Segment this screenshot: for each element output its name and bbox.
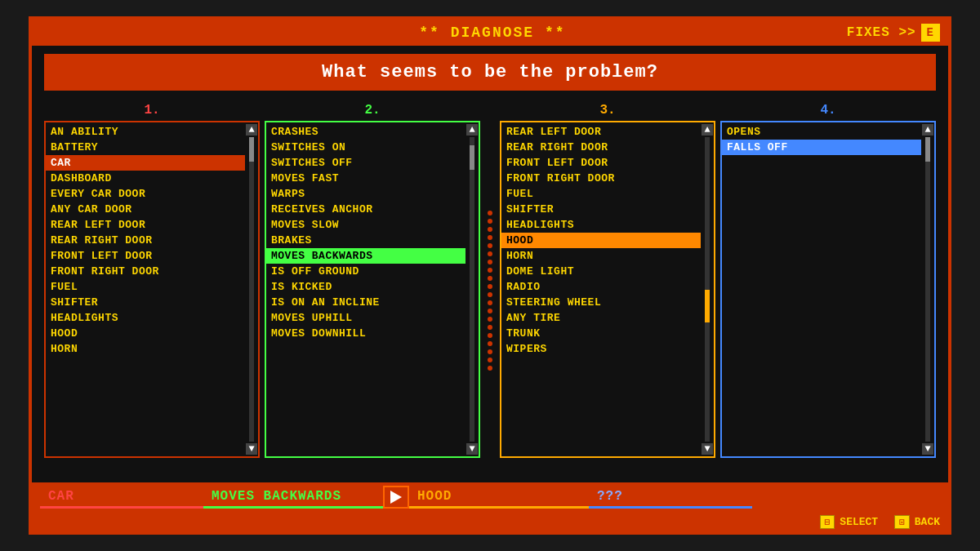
list-item[interactable]: EVERY CAR DOOR <box>46 186 245 202</box>
list-item-selected[interactable]: MOVES BACKWARDS <box>266 248 466 264</box>
select-key: ⊟ <box>820 515 835 529</box>
col2-list: CRASHES SWITCHES ON SWITCHES OFF MOVES F… <box>266 122 466 456</box>
scroll-down-arrow[interactable]: ▼ <box>246 443 257 455</box>
list-item[interactable]: SWITCHES OFF <box>266 155 466 171</box>
dot <box>488 358 492 362</box>
list-item[interactable]: FRONT LEFT DOOR <box>501 155 701 171</box>
list-item[interactable]: CRASHES <box>266 124 466 140</box>
selection-1: CAR <box>40 486 203 509</box>
scroll-track <box>249 137 254 442</box>
scroll-down-arrow[interactable]: ▼ <box>466 443 478 455</box>
list-item[interactable]: HOOD <box>46 326 245 341</box>
bottom-bar: CAR MOVES BACKWARDS HOOD ??? ⊟ SELECT <box>32 482 948 531</box>
list-item[interactable]: ANY TIRE <box>501 310 701 326</box>
scroll-up-arrow[interactable]: ▲ <box>246 124 257 136</box>
list-item[interactable]: REAR LEFT DOOR <box>46 217 245 233</box>
list-item[interactable]: REAR RIGHT DOOR <box>46 233 245 248</box>
list-item[interactable]: HEADLIGHTS <box>46 310 245 326</box>
list-item[interactable]: SHIFTER <box>501 202 701 217</box>
list-item[interactable]: OPENS <box>722 124 921 140</box>
list-item[interactable]: FRONT RIGHT DOOR <box>46 264 245 279</box>
dot <box>488 333 492 338</box>
play-icon <box>390 491 402 504</box>
dot <box>488 292 492 297</box>
list-item[interactable]: HEADLIGHTS <box>501 217 701 233</box>
list-item-selected[interactable]: CAR <box>46 155 245 171</box>
back-key: ⊡ <box>894 515 910 529</box>
scroll-up-arrow[interactable]: ▲ <box>922 124 933 136</box>
dot <box>488 325 492 330</box>
list-item[interactable]: TRUNK <box>501 326 701 341</box>
list-item[interactable]: FRONT LEFT DOOR <box>46 248 245 264</box>
list-item[interactable]: DASHBOARD <box>46 171 245 186</box>
list-item[interactable]: DOME LIGHT <box>501 264 701 279</box>
list-item[interactable]: FUEL <box>46 279 245 295</box>
list-item[interactable]: SWITCHES ON <box>266 140 466 155</box>
dot <box>488 349 492 354</box>
list-item[interactable]: RECEIVES ANCHOR <box>266 202 466 217</box>
e-key-badge: E <box>921 24 940 42</box>
list-item[interactable]: FRONT RIGHT DOOR <box>501 171 701 186</box>
list-item[interactable]: REAR RIGHT DOOR <box>501 140 701 155</box>
list-item[interactable]: MOVES FAST <box>266 171 466 186</box>
list-item[interactable]: HORN <box>501 248 701 264</box>
dot <box>488 227 492 232</box>
col1-listbox: AN ABILITY BATTERY CAR DASHBOARD EVERY C… <box>44 121 260 458</box>
dot <box>488 251 492 256</box>
list-item[interactable]: SHIFTER <box>46 295 245 310</box>
list-item[interactable]: MOVES DOWNHILL <box>266 326 466 341</box>
question-text: What seems to be the problem? <box>322 62 658 82</box>
col4-header: 4. <box>720 103 936 118</box>
list-item[interactable]: HORN <box>46 341 245 357</box>
sel-text-4: ??? <box>597 489 623 504</box>
scroll-up-arrow[interactable]: ▲ <box>702 124 713 136</box>
back-label: BACK <box>915 516 940 528</box>
sel-text-3: HOOD <box>417 489 452 504</box>
list-item[interactable]: ANY CAR DOOR <box>46 202 245 217</box>
scroll-up-arrow[interactable]: ▲ <box>466 124 478 136</box>
scroll-down-arrow[interactable]: ▼ <box>922 443 933 455</box>
dot <box>488 243 492 248</box>
list-item[interactable]: IS ON AN INCLINE <box>266 295 466 310</box>
play-button[interactable] <box>383 486 409 509</box>
columns-area: 1. AN ABILITY BATTERY CAR DASHBOARD EVER… <box>44 103 936 458</box>
back-button[interactable]: ⊡ BACK <box>894 515 940 529</box>
dot <box>488 284 492 289</box>
list-item-selected[interactable]: FALLS OFF <box>722 140 921 155</box>
list-item[interactable]: WARPS <box>266 186 466 202</box>
select-button[interactable]: ⊟ SELECT <box>820 515 878 529</box>
list-item[interactable]: REAR LEFT DOOR <box>501 124 701 140</box>
column-2: 2. CRASHES SWITCHES ON SWITCHES OFF MOVE… <box>265 103 480 458</box>
dot <box>488 341 492 346</box>
dot <box>488 276 492 281</box>
selection-2: MOVES BACKWARDS <box>203 486 383 509</box>
fixes-button[interactable]: FIXES >> E <box>847 24 940 42</box>
list-item[interactable]: MOVES SLOW <box>266 217 466 233</box>
scroll-thumb <box>470 145 474 170</box>
list-item[interactable]: BRAKES <box>266 233 466 248</box>
dot <box>488 366 492 371</box>
selection-3: HOOD <box>409 486 589 509</box>
list-item[interactable]: WIPERS <box>501 341 701 357</box>
dot <box>488 268 492 273</box>
controller-icon: ⊟ <box>825 517 831 527</box>
top-bar: ** DIAGNOSE ** FIXES >> E <box>32 20 948 46</box>
list-item[interactable]: AN ABILITY <box>46 124 245 140</box>
list-item[interactable]: IS OFF GROUND <box>266 264 466 279</box>
page-title: ** DIAGNOSE ** <box>138 24 847 41</box>
list-item[interactable]: STEERING WHEEL <box>501 295 701 310</box>
list-item[interactable]: BATTERY <box>46 140 245 155</box>
column-3: 3. REAR LEFT DOOR REAR RIGHT DOOR FRONT … <box>500 103 715 458</box>
list-item[interactable]: IS KICKED <box>266 279 466 295</box>
dot <box>488 260 492 264</box>
column-4: 4. OPENS FALLS OFF ▲ ▼ <box>720 103 936 458</box>
sel-text-1: CAR <box>48 489 74 504</box>
scroll-down-arrow[interactable]: ▼ <box>702 443 713 455</box>
list-item[interactable]: MOVES UPHILL <box>266 310 466 326</box>
list-item-selected[interactable]: HOOD <box>501 233 701 248</box>
dot <box>488 317 492 322</box>
list-item[interactable]: FUEL <box>501 186 701 202</box>
dot <box>488 300 492 305</box>
list-item[interactable]: RADIO <box>501 279 701 295</box>
scroll-track <box>925 137 930 442</box>
